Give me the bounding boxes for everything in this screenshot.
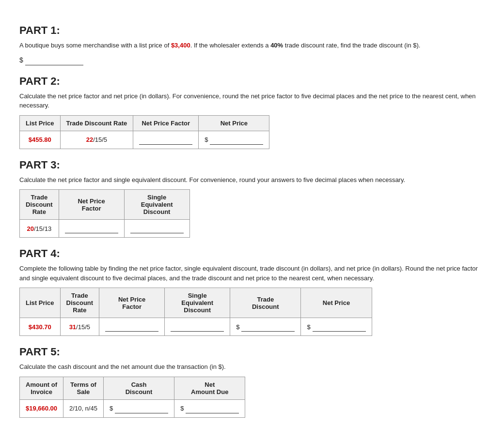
part3-single-equivalent-input[interactable] [130, 224, 184, 233]
part2-list-price-value: $455.80 [29, 136, 51, 143]
part3-table: TradeDiscountRate Net PriceFactor Single… [19, 189, 190, 238]
part3-col-net-price-factor: Net PriceFactor [59, 190, 124, 220]
part2-col-net-price-factor: Net Price Factor [133, 115, 199, 131]
table-row: $19,660.00 2/10, n/45 $ $ [20, 399, 245, 417]
part4-trade-discount-cell-val: $ [230, 318, 301, 336]
part4-rate-rest: /15/5 [76, 323, 90, 331]
part5-description: Calculate the cash discount and the net … [19, 362, 485, 372]
part5-section: PART 5: Calculate the cash discount and … [19, 346, 485, 418]
part4-net-price-input[interactable] [313, 322, 366, 332]
part4-single-equivalent-cell [165, 318, 230, 336]
part2-table: List Price Trade Discount Rate Net Price… [19, 115, 269, 149]
part5-amount-invoice-cell: $19,660.00 [20, 399, 63, 417]
part1-description: A boutique buys some merchandise with a … [19, 41, 485, 50]
part4-description: Complete the following table by finding … [19, 264, 485, 283]
part5-cash-discount-input[interactable] [115, 404, 168, 413]
part2-col-net-price: Net Price [199, 115, 269, 131]
part1-section: PART 1: A boutique buys some merchandise… [19, 24, 485, 65]
part2-title: PART 2: [19, 75, 485, 88]
part4-list-price-cell: $430.70 [20, 318, 61, 336]
part2-net-price-cell: $ [199, 131, 269, 149]
part1-discount-rate: 40% [270, 42, 283, 49]
part5-col-terms-sale: Terms ofSale [63, 377, 104, 399]
part4-table: List Price TradeDiscountRate Net PriceFa… [19, 288, 372, 336]
part3-rate-red: 20 [27, 225, 34, 232]
part3-rate-rest: /15/13 [34, 225, 51, 232]
part5-net-amount-due-cell: $ [174, 399, 245, 417]
part3-description: Calculate the net price factor and singl… [19, 175, 485, 185]
part4-single-equivalent-input[interactable] [171, 322, 224, 332]
part4-section: PART 4: Complete the following table by … [19, 247, 485, 336]
part3-col-trade-discount-rate: TradeDiscountRate [20, 190, 59, 220]
part1-list-price: $3,400 [171, 42, 190, 49]
part4-net-price-cell: $ [301, 318, 372, 336]
part2-trade-discount-red: 22 [86, 136, 93, 143]
part5-col-amount-invoice: Amount ofInvoice [20, 377, 63, 399]
part5-terms-sale-cell: 2/10, n/45 [63, 399, 104, 417]
part3-net-price-factor-cell [59, 220, 124, 238]
part4-list-price-value: $430.70 [29, 323, 51, 331]
part4-trade-discount-cell: 31/15/5 [60, 318, 99, 336]
part5-title: PART 5: [19, 346, 485, 358]
part4-col-trade-discount-rate: TradeDiscountRate [60, 288, 99, 318]
part5-table: Amount ofInvoice Terms ofSale CashDiscou… [19, 377, 245, 418]
part2-section: PART 2: Calculate the net price factor a… [19, 75, 485, 149]
part1-answer-input[interactable] [25, 55, 83, 65]
part4-col-net-price-factor: Net PriceFactor [99, 288, 165, 318]
part4-col-single-equivalent: SingleEquivalentDiscount [165, 288, 230, 318]
part3-single-equivalent-cell [124, 220, 189, 238]
part4-col-list-price: List Price [20, 288, 61, 318]
part2-net-price-input[interactable] [210, 135, 263, 145]
table-row: 20/15/13 [20, 220, 190, 238]
part2-net-price-factor-input[interactable] [139, 135, 192, 145]
part5-net-amount-input[interactable] [186, 404, 239, 413]
part2-trade-discount-rest: /15/5 [93, 136, 107, 143]
part4-col-net-price: Net Price [301, 288, 372, 318]
part5-amount-value: $19,660.00 [26, 405, 57, 412]
part4-net-price-dollar: $ [307, 323, 310, 331]
part1-answer-row: $ [19, 55, 485, 65]
part2-net-price-factor-cell [133, 131, 199, 149]
part5-col-cash-discount: CashDiscount [103, 377, 174, 399]
part3-trade-discount-cell: 20/15/13 [20, 220, 59, 238]
part3-col-single-equivalent: SingleEquivalentDiscount [124, 190, 189, 220]
part1-title: PART 1: [19, 24, 485, 37]
table-row: $455.80 22/15/5 $ [20, 131, 269, 149]
part3-title: PART 3: [19, 159, 485, 171]
part4-title: PART 4: [19, 247, 485, 260]
part5-cash-discount-dollar: $ [110, 405, 113, 412]
part1-dollar-symbol: $ [19, 56, 23, 64]
part2-description: Calculate the net price factor and net p… [19, 91, 485, 110]
part4-net-price-factor-input[interactable] [105, 322, 158, 332]
part5-col-net-amount-due: NetAmount Due [174, 377, 245, 399]
part4-trade-discount-dollar: $ [236, 323, 239, 331]
part5-cash-discount-cell: $ [103, 399, 174, 417]
part4-col-trade-discount: TradeDiscount [230, 288, 301, 318]
part3-section: PART 3: Calculate the net price factor a… [19, 159, 485, 238]
part2-list-price-cell: $455.80 [20, 131, 61, 149]
part5-net-amount-dollar: $ [180, 405, 184, 412]
part3-net-price-factor-input[interactable] [65, 224, 118, 233]
table-row: $430.70 31/15/5 $ $ [20, 318, 372, 336]
part2-trade-discount-cell: 22/15/5 [60, 131, 133, 149]
part2-col-trade-discount-rate: Trade Discount Rate [60, 115, 133, 131]
part5-terms-value: 2/10, n/45 [69, 405, 97, 412]
part2-net-price-dollar: $ [205, 136, 208, 143]
part4-rate-red: 31 [69, 323, 76, 331]
part4-net-price-factor-cell [99, 318, 165, 336]
part2-col-list-price: List Price [20, 115, 61, 131]
part4-trade-discount-input[interactable] [241, 322, 295, 332]
